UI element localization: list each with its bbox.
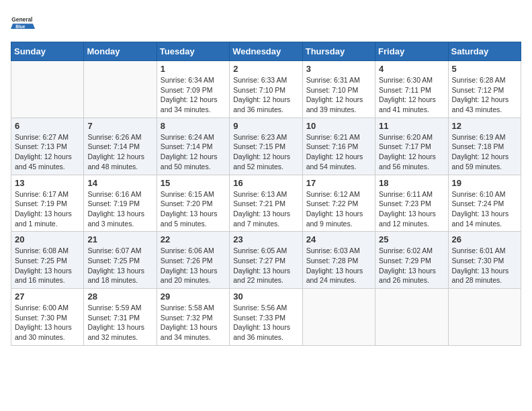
calendar-cell: 26Sunrise: 6:01 AM Sunset: 7:30 PM Dayli…: [448, 232, 521, 289]
calendar-cell: 4Sunrise: 6:30 AM Sunset: 7:11 PM Daylig…: [375, 61, 448, 118]
day-header-saturday: Saturday: [448, 42, 521, 61]
calendar-cell: 28Sunrise: 5:59 AM Sunset: 7:31 PM Dayli…: [84, 289, 157, 346]
day-info: Sunrise: 6:19 AM Sunset: 7:18 PM Dayligh…: [452, 132, 517, 172]
day-info: Sunrise: 6:17 AM Sunset: 7:19 PM Dayligh…: [15, 189, 80, 229]
day-number: 25: [379, 234, 444, 244]
day-number: 2: [233, 64, 298, 74]
day-info: Sunrise: 6:08 AM Sunset: 7:25 PM Dayligh…: [15, 246, 80, 285]
calendar-cell: 2Sunrise: 6:33 AM Sunset: 7:10 PM Daylig…: [230, 61, 302, 118]
day-header-friday: Friday: [375, 42, 448, 61]
calendar-cell: [448, 289, 521, 346]
calendar-cell: 18Sunrise: 6:11 AM Sunset: 7:23 PM Dayli…: [375, 175, 448, 232]
day-info: Sunrise: 6:15 AM Sunset: 7:20 PM Dayligh…: [161, 189, 226, 229]
day-number: 19: [452, 178, 517, 188]
calendar-cell: 30Sunrise: 5:56 AM Sunset: 7:33 PM Dayli…: [230, 289, 302, 346]
calendar-cell: 13Sunrise: 6:17 AM Sunset: 7:19 PM Dayli…: [11, 175, 84, 232]
day-info: Sunrise: 6:00 AM Sunset: 7:30 PM Dayligh…: [15, 303, 80, 342]
day-number: 14: [87, 178, 152, 188]
calendar-week-row: 20Sunrise: 6:08 AM Sunset: 7:25 PM Dayli…: [11, 232, 521, 289]
day-number: 21: [87, 234, 152, 244]
day-number: 23: [233, 234, 298, 244]
calendar-cell: 3Sunrise: 6:31 AM Sunset: 7:10 PM Daylig…: [302, 61, 375, 118]
calendar-cell: 8Sunrise: 6:24 AM Sunset: 7:14 PM Daylig…: [157, 118, 229, 175]
calendar-week-row: 27Sunrise: 6:00 AM Sunset: 7:30 PM Dayli…: [11, 289, 521, 346]
day-number: 29: [161, 291, 226, 302]
calendar-cell: 22Sunrise: 6:06 AM Sunset: 7:26 PM Dayli…: [157, 232, 229, 289]
calendar-cell: 10Sunrise: 6:21 AM Sunset: 7:16 PM Dayli…: [302, 118, 375, 175]
day-info: Sunrise: 6:11 AM Sunset: 7:23 PM Dayligh…: [379, 189, 444, 229]
calendar-cell: 25Sunrise: 6:02 AM Sunset: 7:29 PM Dayli…: [375, 232, 448, 289]
calendar-cell: 23Sunrise: 6:05 AM Sunset: 7:27 PM Dayli…: [230, 232, 302, 289]
day-header-monday: Monday: [84, 42, 157, 61]
logo: General Blue: [11, 11, 35, 35]
day-number: 26: [452, 234, 517, 244]
logo-svg: General Blue: [11, 11, 35, 35]
day-number: 5: [452, 64, 517, 74]
calendar-cell: 11Sunrise: 6:20 AM Sunset: 7:17 PM Dayli…: [375, 118, 448, 175]
calendar-cell: [302, 289, 375, 346]
day-number: 15: [161, 178, 226, 188]
calendar-cell: 15Sunrise: 6:15 AM Sunset: 7:20 PM Dayli…: [157, 175, 229, 232]
day-number: 8: [161, 121, 226, 131]
day-info: Sunrise: 6:23 AM Sunset: 7:15 PM Dayligh…: [233, 132, 298, 172]
day-number: 13: [15, 178, 80, 188]
day-info: Sunrise: 6:06 AM Sunset: 7:26 PM Dayligh…: [161, 246, 226, 285]
day-info: Sunrise: 6:03 AM Sunset: 7:28 PM Dayligh…: [306, 246, 371, 285]
calendar-cell: 19Sunrise: 6:10 AM Sunset: 7:24 PM Dayli…: [448, 175, 521, 232]
day-header-row: SundayMondayTuesdayWednesdayThursdayFrid…: [11, 42, 521, 61]
day-info: Sunrise: 5:58 AM Sunset: 7:32 PM Dayligh…: [161, 303, 226, 342]
day-info: Sunrise: 6:01 AM Sunset: 7:30 PM Dayligh…: [452, 246, 517, 285]
calendar-cell: [84, 61, 157, 118]
day-number: 11: [379, 121, 444, 131]
day-info: Sunrise: 6:31 AM Sunset: 7:10 PM Dayligh…: [306, 75, 371, 115]
day-info: Sunrise: 6:30 AM Sunset: 7:11 PM Dayligh…: [379, 75, 444, 115]
day-info: Sunrise: 6:10 AM Sunset: 7:24 PM Dayligh…: [452, 189, 517, 229]
day-number: 4: [379, 64, 444, 74]
day-info: Sunrise: 6:05 AM Sunset: 7:27 PM Dayligh…: [233, 246, 298, 285]
day-number: 7: [87, 121, 152, 131]
day-number: 17: [306, 178, 371, 188]
day-info: Sunrise: 6:12 AM Sunset: 7:22 PM Dayligh…: [306, 189, 371, 229]
day-header-wednesday: Wednesday: [230, 42, 302, 61]
day-number: 18: [379, 178, 444, 188]
calendar-cell: 9Sunrise: 6:23 AM Sunset: 7:15 PM Daylig…: [230, 118, 302, 175]
day-info: Sunrise: 5:59 AM Sunset: 7:31 PM Dayligh…: [87, 303, 152, 342]
svg-text:Blue: Blue: [15, 24, 26, 29]
day-number: 12: [452, 121, 517, 131]
day-info: Sunrise: 6:13 AM Sunset: 7:21 PM Dayligh…: [233, 189, 298, 229]
calendar-cell: 14Sunrise: 6:16 AM Sunset: 7:19 PM Dayli…: [84, 175, 157, 232]
calendar-cell: 7Sunrise: 6:26 AM Sunset: 7:14 PM Daylig…: [84, 118, 157, 175]
calendar-week-row: 1Sunrise: 6:34 AM Sunset: 7:09 PM Daylig…: [11, 61, 521, 118]
calendar-cell: 27Sunrise: 6:00 AM Sunset: 7:30 PM Dayli…: [11, 289, 84, 346]
day-number: 9: [233, 121, 298, 131]
day-number: 30: [233, 291, 298, 302]
calendar-cell: 17Sunrise: 6:12 AM Sunset: 7:22 PM Dayli…: [302, 175, 375, 232]
calendar-cell: 20Sunrise: 6:08 AM Sunset: 7:25 PM Dayli…: [11, 232, 84, 289]
calendar-cell: 6Sunrise: 6:27 AM Sunset: 7:13 PM Daylig…: [11, 118, 84, 175]
calendar-week-row: 13Sunrise: 6:17 AM Sunset: 7:19 PM Dayli…: [11, 175, 521, 232]
day-number: 16: [233, 178, 298, 188]
day-info: Sunrise: 6:20 AM Sunset: 7:17 PM Dayligh…: [379, 132, 444, 172]
day-info: Sunrise: 6:16 AM Sunset: 7:19 PM Dayligh…: [87, 189, 152, 229]
calendar-cell: 24Sunrise: 6:03 AM Sunset: 7:28 PM Dayli…: [302, 232, 375, 289]
day-number: 22: [161, 234, 226, 244]
header: General Blue: [11, 11, 521, 35]
calendar-cell: 5Sunrise: 6:28 AM Sunset: 7:12 PM Daylig…: [448, 61, 521, 118]
calendar-cell: [11, 61, 84, 118]
calendar-cell: 29Sunrise: 5:58 AM Sunset: 7:32 PM Dayli…: [157, 289, 229, 346]
day-number: 3: [306, 64, 371, 74]
calendar-cell: 21Sunrise: 6:07 AM Sunset: 7:25 PM Dayli…: [84, 232, 157, 289]
day-info: Sunrise: 6:21 AM Sunset: 7:16 PM Dayligh…: [306, 132, 371, 172]
day-number: 6: [15, 121, 80, 131]
calendar-cell: 1Sunrise: 6:34 AM Sunset: 7:09 PM Daylig…: [157, 61, 229, 118]
day-info: Sunrise: 6:34 AM Sunset: 7:09 PM Dayligh…: [161, 75, 226, 115]
day-number: 28: [87, 291, 152, 302]
day-number: 1: [161, 64, 226, 74]
calendar-cell: 16Sunrise: 6:13 AM Sunset: 7:21 PM Dayli…: [230, 175, 302, 232]
day-number: 24: [306, 234, 371, 244]
svg-text:General: General: [11, 16, 32, 23]
calendar-week-row: 6Sunrise: 6:27 AM Sunset: 7:13 PM Daylig…: [11, 118, 521, 175]
day-info: Sunrise: 6:28 AM Sunset: 7:12 PM Dayligh…: [452, 75, 517, 115]
day-info: Sunrise: 6:27 AM Sunset: 7:13 PM Dayligh…: [15, 132, 80, 172]
day-info: Sunrise: 6:02 AM Sunset: 7:29 PM Dayligh…: [379, 246, 444, 285]
